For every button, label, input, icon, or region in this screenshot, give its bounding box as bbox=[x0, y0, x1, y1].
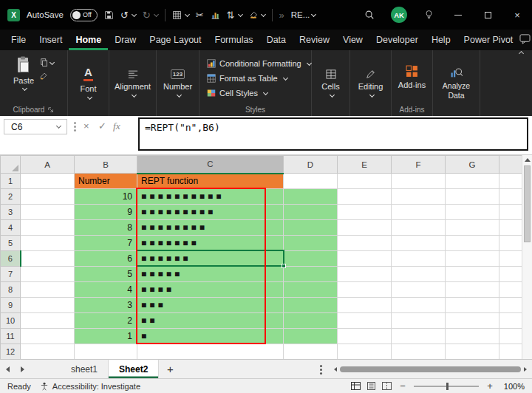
redo-button[interactable]: ↻ bbox=[143, 10, 158, 20]
cell[interactable] bbox=[392, 298, 446, 313]
cell[interactable] bbox=[21, 282, 75, 298]
sheet-tab-sheet2[interactable]: Sheet2 bbox=[109, 360, 159, 378]
workbook-name-dropdown[interactable]: RE... bbox=[291, 10, 316, 19]
cell[interactable] bbox=[21, 298, 75, 313]
cell[interactable] bbox=[284, 251, 338, 267]
paste-button[interactable]: Paste bbox=[13, 56, 34, 91]
cell-number[interactable]: 3 bbox=[75, 298, 137, 313]
row-header[interactable]: 8 bbox=[1, 282, 21, 298]
cell[interactable] bbox=[446, 220, 499, 236]
scroll-up-button[interactable] bbox=[522, 155, 532, 165]
comments-button[interactable] bbox=[519, 34, 531, 47]
zoom-level[interactable]: 100% bbox=[501, 382, 525, 391]
col-header-f[interactable]: F bbox=[392, 156, 446, 174]
maximize-button[interactable] bbox=[473, 0, 502, 30]
row-header[interactable]: 9 bbox=[1, 298, 21, 313]
horizontal-scroll-thumb[interactable] bbox=[340, 366, 521, 372]
accessibility-status[interactable]: Accessibility: Investigate bbox=[40, 382, 140, 391]
col-header-c[interactable]: C bbox=[137, 156, 284, 174]
cell[interactable] bbox=[21, 236, 75, 251]
cell[interactable] bbox=[284, 329, 338, 344]
cell[interactable] bbox=[392, 329, 446, 344]
cell[interactable] bbox=[284, 267, 338, 282]
page-break-view-button[interactable] bbox=[382, 382, 392, 390]
zoom-slider-thumb[interactable] bbox=[446, 383, 449, 390]
tab-bar-options-button[interactable] bbox=[320, 360, 322, 379]
tab-formulas[interactable]: Formulas bbox=[208, 30, 260, 50]
cell-bars[interactable]: ■■■■ bbox=[137, 282, 284, 298]
cell[interactable] bbox=[392, 267, 446, 282]
fill-color-button[interactable] bbox=[249, 10, 265, 19]
row-header[interactable]: 7 bbox=[1, 267, 21, 282]
tab-view[interactable]: View bbox=[336, 30, 369, 50]
next-sheet-button[interactable] bbox=[15, 360, 30, 378]
tab-page-layout[interactable]: Page Layout bbox=[143, 30, 208, 50]
cell[interactable] bbox=[392, 205, 446, 220]
font-group[interactable]: A Font bbox=[68, 50, 109, 116]
cell[interactable] bbox=[338, 220, 392, 236]
cell[interactable] bbox=[446, 282, 499, 298]
cell[interactable] bbox=[446, 189, 499, 205]
tab-developer[interactable]: Developer bbox=[369, 30, 425, 50]
col-header-g[interactable]: G bbox=[446, 156, 499, 174]
cell[interactable] bbox=[392, 220, 446, 236]
row-header[interactable]: 2 bbox=[1, 189, 21, 205]
addins-icon[interactable] bbox=[406, 65, 418, 78]
cell[interactable] bbox=[75, 344, 137, 360]
excel-app-icon[interactable]: X bbox=[7, 9, 20, 21]
cell[interactable] bbox=[392, 189, 446, 205]
vertical-scroll-thumb[interactable] bbox=[524, 165, 531, 242]
cell[interactable] bbox=[21, 220, 75, 236]
cell[interactable] bbox=[21, 344, 75, 360]
row-header[interactable]: 10 bbox=[1, 313, 21, 329]
active-cell-c6[interactable]: ■■■■■■ bbox=[137, 251, 284, 267]
cell[interactable] bbox=[446, 174, 499, 189]
cell[interactable] bbox=[21, 251, 75, 267]
cell[interactable] bbox=[284, 282, 338, 298]
cell[interactable] bbox=[284, 236, 338, 251]
sheet-tab-sheet1[interactable]: sheet1 bbox=[61, 360, 109, 378]
row-header-active[interactable]: 6 bbox=[1, 251, 21, 267]
tab-insert[interactable]: Insert bbox=[33, 30, 69, 50]
analyze-data-icon[interactable] bbox=[450, 66, 463, 79]
row-header[interactable]: 1 bbox=[1, 174, 21, 189]
cell-number[interactable]: 7 bbox=[75, 236, 137, 251]
alignment-group[interactable]: Alignment bbox=[109, 50, 157, 116]
zoom-slider[interactable] bbox=[414, 386, 479, 387]
cell[interactable] bbox=[21, 205, 75, 220]
tab-data[interactable]: Data bbox=[260, 30, 293, 50]
tab-review[interactable]: Review bbox=[293, 30, 336, 50]
new-sheet-button[interactable]: + bbox=[159, 360, 181, 378]
cell-number[interactable]: 1 bbox=[75, 329, 137, 344]
cell-bars[interactable]: ■ bbox=[137, 329, 284, 344]
col-header-d[interactable]: D bbox=[284, 156, 338, 174]
name-box[interactable]: C6 bbox=[4, 119, 67, 134]
row-header[interactable]: 4 bbox=[1, 220, 21, 236]
cell[interactable] bbox=[338, 313, 392, 329]
cell-bars[interactable]: ■■■■■ bbox=[137, 267, 284, 282]
cell-bars[interactable]: ■■■ bbox=[137, 298, 284, 313]
cell[interactable] bbox=[338, 344, 392, 360]
tab-draw[interactable]: Draw bbox=[108, 30, 143, 50]
col-header-e[interactable]: E bbox=[338, 156, 392, 174]
cell[interactable] bbox=[284, 298, 338, 313]
cell[interactable] bbox=[446, 298, 499, 313]
cell[interactable] bbox=[338, 267, 392, 282]
cell[interactable] bbox=[338, 236, 392, 251]
col-header-b[interactable]: B bbox=[75, 156, 137, 174]
autosave-toggle[interactable]: Off bbox=[70, 9, 98, 21]
undo-button[interactable]: ↺ bbox=[120, 10, 136, 20]
horizontal-scrollbar[interactable] bbox=[334, 366, 527, 373]
vertical-scrollbar[interactable] bbox=[522, 155, 532, 359]
cell-number[interactable]: 6 bbox=[75, 251, 137, 267]
cell[interactable] bbox=[21, 313, 75, 329]
formula-input[interactable]: =REPT("n",B6) bbox=[138, 117, 528, 151]
cell[interactable] bbox=[446, 251, 499, 267]
cell[interactable] bbox=[338, 329, 392, 344]
cell-bars[interactable]: ■■■■■■■ bbox=[137, 236, 284, 251]
number-group[interactable]: 123 Number bbox=[157, 50, 200, 116]
format-painter-button[interactable] bbox=[40, 72, 54, 80]
cell[interactable] bbox=[284, 174, 338, 189]
cell[interactable] bbox=[21, 267, 75, 282]
select-all-button[interactable] bbox=[1, 156, 21, 174]
